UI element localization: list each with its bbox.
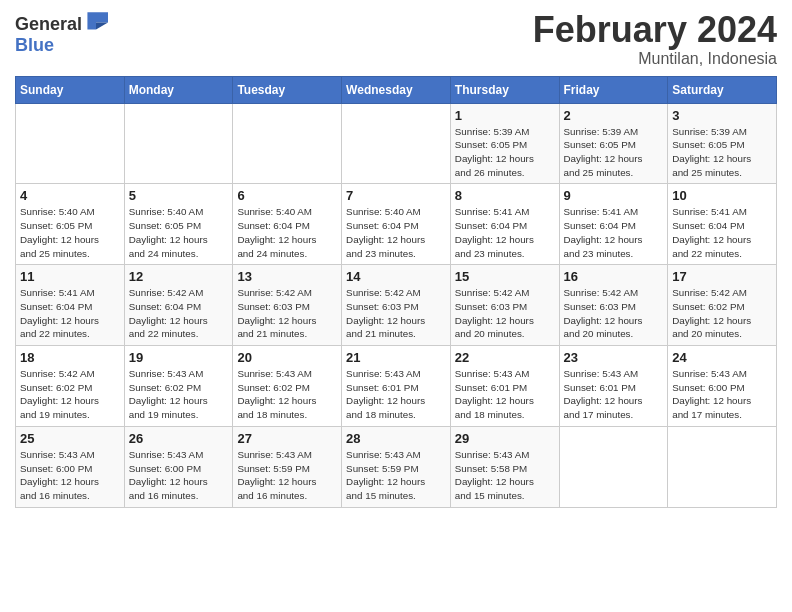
day-number: 10 [672,188,772,203]
calendar-cell: 2Sunrise: 5:39 AM Sunset: 6:05 PM Daylig… [559,103,668,184]
calendar-cell: 13Sunrise: 5:42 AM Sunset: 6:03 PM Dayli… [233,265,342,346]
day-info: Sunrise: 5:43 AM Sunset: 6:01 PM Dayligh… [455,367,555,422]
day-info: Sunrise: 5:42 AM Sunset: 6:03 PM Dayligh… [455,286,555,341]
calendar-cell: 3Sunrise: 5:39 AM Sunset: 6:05 PM Daylig… [668,103,777,184]
day-number: 28 [346,431,446,446]
day-number: 18 [20,350,120,365]
calendar-cell: 22Sunrise: 5:43 AM Sunset: 6:01 PM Dayli… [450,346,559,427]
calendar-cell: 19Sunrise: 5:43 AM Sunset: 6:02 PM Dayli… [124,346,233,427]
calendar-cell: 11Sunrise: 5:41 AM Sunset: 6:04 PM Dayli… [16,265,125,346]
logo-general: General [15,14,82,34]
calendar-cell: 6Sunrise: 5:40 AM Sunset: 6:04 PM Daylig… [233,184,342,265]
weekday-header-cell: Saturday [668,76,777,103]
day-number: 14 [346,269,446,284]
day-info: Sunrise: 5:41 AM Sunset: 6:04 PM Dayligh… [564,205,664,260]
day-info: Sunrise: 5:42 AM Sunset: 6:03 PM Dayligh… [346,286,446,341]
location-title: Muntilan, Indonesia [533,50,777,68]
day-info: Sunrise: 5:39 AM Sunset: 6:05 PM Dayligh… [564,125,664,180]
day-info: Sunrise: 5:41 AM Sunset: 6:04 PM Dayligh… [20,286,120,341]
day-info: Sunrise: 5:41 AM Sunset: 6:04 PM Dayligh… [672,205,772,260]
calendar-cell [559,426,668,507]
calendar-cell: 1Sunrise: 5:39 AM Sunset: 6:05 PM Daylig… [450,103,559,184]
day-info: Sunrise: 5:42 AM Sunset: 6:04 PM Dayligh… [129,286,229,341]
day-number: 23 [564,350,664,365]
calendar-cell: 23Sunrise: 5:43 AM Sunset: 6:01 PM Dayli… [559,346,668,427]
day-info: Sunrise: 5:43 AM Sunset: 5:59 PM Dayligh… [346,448,446,503]
weekday-header-cell: Monday [124,76,233,103]
weekday-header-cell: Thursday [450,76,559,103]
calendar-cell: 8Sunrise: 5:41 AM Sunset: 6:04 PM Daylig… [450,184,559,265]
day-number: 5 [129,188,229,203]
day-info: Sunrise: 5:43 AM Sunset: 6:02 PM Dayligh… [237,367,337,422]
weekday-header-cell: Sunday [16,76,125,103]
day-info: Sunrise: 5:40 AM Sunset: 6:05 PM Dayligh… [20,205,120,260]
svg-marker-1 [96,23,108,30]
day-number: 17 [672,269,772,284]
day-number: 7 [346,188,446,203]
day-info: Sunrise: 5:42 AM Sunset: 6:02 PM Dayligh… [672,286,772,341]
day-number: 25 [20,431,120,446]
title-area: February 2024 Muntilan, Indonesia [533,10,777,68]
logo-icon [84,10,108,30]
calendar-week-row: 18Sunrise: 5:42 AM Sunset: 6:02 PM Dayli… [16,346,777,427]
calendar-cell: 28Sunrise: 5:43 AM Sunset: 5:59 PM Dayli… [342,426,451,507]
calendar-cell [16,103,125,184]
calendar-cell: 26Sunrise: 5:43 AM Sunset: 6:00 PM Dayli… [124,426,233,507]
weekday-header-cell: Tuesday [233,76,342,103]
calendar-cell [233,103,342,184]
calendar-cell: 21Sunrise: 5:43 AM Sunset: 6:01 PM Dayli… [342,346,451,427]
day-number: 19 [129,350,229,365]
day-number: 15 [455,269,555,284]
weekday-header-row: SundayMondayTuesdayWednesdayThursdayFrid… [16,76,777,103]
calendar-cell: 17Sunrise: 5:42 AM Sunset: 6:02 PM Dayli… [668,265,777,346]
calendar-cell: 5Sunrise: 5:40 AM Sunset: 6:05 PM Daylig… [124,184,233,265]
day-number: 1 [455,108,555,123]
calendar-cell: 29Sunrise: 5:43 AM Sunset: 5:58 PM Dayli… [450,426,559,507]
calendar-cell: 9Sunrise: 5:41 AM Sunset: 6:04 PM Daylig… [559,184,668,265]
day-info: Sunrise: 5:43 AM Sunset: 6:01 PM Dayligh… [346,367,446,422]
calendar-cell: 24Sunrise: 5:43 AM Sunset: 6:00 PM Dayli… [668,346,777,427]
day-info: Sunrise: 5:41 AM Sunset: 6:04 PM Dayligh… [455,205,555,260]
day-info: Sunrise: 5:43 AM Sunset: 6:00 PM Dayligh… [672,367,772,422]
calendar-cell [342,103,451,184]
calendar-week-row: 4Sunrise: 5:40 AM Sunset: 6:05 PM Daylig… [16,184,777,265]
day-number: 8 [455,188,555,203]
day-info: Sunrise: 5:40 AM Sunset: 6:05 PM Dayligh… [129,205,229,260]
day-number: 20 [237,350,337,365]
day-info: Sunrise: 5:43 AM Sunset: 5:59 PM Dayligh… [237,448,337,503]
day-info: Sunrise: 5:43 AM Sunset: 6:02 PM Dayligh… [129,367,229,422]
calendar-cell: 4Sunrise: 5:40 AM Sunset: 6:05 PM Daylig… [16,184,125,265]
calendar-table: SundayMondayTuesdayWednesdayThursdayFrid… [15,76,777,508]
weekday-header-cell: Friday [559,76,668,103]
day-number: 11 [20,269,120,284]
calendar-cell: 10Sunrise: 5:41 AM Sunset: 6:04 PM Dayli… [668,184,777,265]
day-info: Sunrise: 5:42 AM Sunset: 6:03 PM Dayligh… [237,286,337,341]
day-info: Sunrise: 5:39 AM Sunset: 6:05 PM Dayligh… [672,125,772,180]
day-info: Sunrise: 5:43 AM Sunset: 6:01 PM Dayligh… [564,367,664,422]
day-info: Sunrise: 5:43 AM Sunset: 6:00 PM Dayligh… [20,448,120,503]
day-info: Sunrise: 5:40 AM Sunset: 6:04 PM Dayligh… [237,205,337,260]
day-number: 12 [129,269,229,284]
calendar-cell: 7Sunrise: 5:40 AM Sunset: 6:04 PM Daylig… [342,184,451,265]
day-number: 16 [564,269,664,284]
weekday-header-cell: Wednesday [342,76,451,103]
day-number: 29 [455,431,555,446]
day-info: Sunrise: 5:42 AM Sunset: 6:03 PM Dayligh… [564,286,664,341]
logo-blue: Blue [15,35,54,55]
day-info: Sunrise: 5:40 AM Sunset: 6:04 PM Dayligh… [346,205,446,260]
calendar-cell: 16Sunrise: 5:42 AM Sunset: 6:03 PM Dayli… [559,265,668,346]
day-number: 27 [237,431,337,446]
day-number: 26 [129,431,229,446]
day-info: Sunrise: 5:39 AM Sunset: 6:05 PM Dayligh… [455,125,555,180]
day-number: 13 [237,269,337,284]
calendar-cell: 15Sunrise: 5:42 AM Sunset: 6:03 PM Dayli… [450,265,559,346]
calendar-cell: 20Sunrise: 5:43 AM Sunset: 6:02 PM Dayli… [233,346,342,427]
day-number: 3 [672,108,772,123]
day-number: 2 [564,108,664,123]
day-info: Sunrise: 5:43 AM Sunset: 5:58 PM Dayligh… [455,448,555,503]
day-number: 24 [672,350,772,365]
calendar-week-row: 1Sunrise: 5:39 AM Sunset: 6:05 PM Daylig… [16,103,777,184]
calendar-body: 1Sunrise: 5:39 AM Sunset: 6:05 PM Daylig… [16,103,777,507]
page-header: General Blue February 2024 Muntilan, Ind… [15,10,777,68]
day-number: 21 [346,350,446,365]
